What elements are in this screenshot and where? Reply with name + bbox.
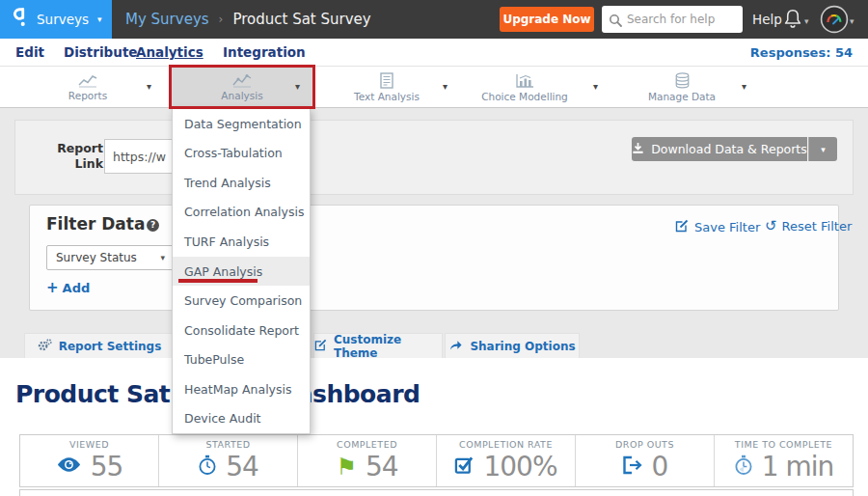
help-link[interactable]: Help bbox=[752, 12, 782, 27]
toolbar-reports-button[interactable]: Reports bbox=[15, 67, 160, 108]
toolbar-analysis-button[interactable]: Analysis bbox=[170, 67, 314, 108]
stat-drop-outs-value: 0 bbox=[652, 451, 668, 482]
report-link-label: Report Link bbox=[53, 141, 103, 173]
scatter-chart-icon bbox=[231, 73, 253, 88]
help-search-box bbox=[602, 6, 743, 33]
toolbar-analysis-label: Analysis bbox=[221, 90, 262, 101]
toolbar-text-analysis-button[interactable]: Text Analysis bbox=[318, 67, 455, 108]
tab-sharing-options-label: Sharing Options bbox=[470, 340, 575, 353]
reset-filter-label: Reset Filter bbox=[782, 219, 853, 234]
tab-sharing-options[interactable]: Sharing Options bbox=[445, 333, 580, 358]
select-caret-icon: ▾ bbox=[160, 253, 165, 262]
menu-item-tubepulse[interactable]: TubePulse bbox=[173, 344, 310, 374]
toolbar-reports-label: Reports bbox=[68, 90, 107, 101]
search-input[interactable] bbox=[627, 6, 741, 33]
menu-item-heatmap-analysis[interactable]: HeatMap Analysis bbox=[173, 374, 310, 404]
responses-count[interactable]: Responses: 54 bbox=[750, 45, 853, 60]
survey-stats-bar: VIEWED 55 STARTED 54 COMPLETED ⚑ 54 bbox=[19, 434, 854, 487]
document-icon bbox=[380, 72, 393, 89]
menu-item-consolidate-report[interactable]: Consolidate Report bbox=[173, 316, 310, 345]
reset-filter-button[interactable]: ↺ Reset Filter bbox=[765, 219, 852, 234]
menu-item-turf-analysis[interactable]: TURF Analysis bbox=[173, 227, 310, 257]
stat-time-to-complete-value: 1 min bbox=[762, 451, 834, 482]
exit-arrow-icon bbox=[622, 455, 643, 479]
stat-started: STARTED 54 bbox=[159, 435, 298, 486]
surveys-product-menu[interactable]: Surveys ▾ bbox=[0, 0, 112, 39]
eye-icon bbox=[56, 456, 82, 477]
nav-tab-distribute[interactable]: Distribute bbox=[64, 44, 138, 60]
text-analysis-dropdown-caret[interactable]: ▾ bbox=[443, 81, 448, 92]
stat-completion-rate: COMPLETION RATE 100% bbox=[437, 435, 576, 486]
download-options-caret-button[interactable]: ▾ bbox=[808, 137, 837, 161]
plus-icon: + bbox=[46, 279, 59, 296]
stat-drop-outs: DROP OUTS 0 bbox=[576, 435, 715, 486]
nav-tab-integration[interactable]: Integration bbox=[223, 44, 306, 60]
line-chart-icon bbox=[77, 73, 98, 88]
menu-item-correlation-analysis[interactable]: Correlation Analysis bbox=[173, 198, 310, 228]
download-button-label: Download Data & Reports bbox=[651, 142, 807, 156]
search-icon bbox=[609, 13, 622, 31]
menu-item-gap-analysis[interactable]: GAP Analysis bbox=[173, 257, 310, 287]
toolbar-text-analysis-label: Text Analysis bbox=[354, 91, 420, 102]
nav-tab-analytics[interactable]: Analytics bbox=[136, 44, 203, 60]
stat-started-label: STARTED bbox=[205, 439, 250, 450]
stat-completed-value: 54 bbox=[366, 451, 398, 482]
add-filter-button[interactable]: + Add bbox=[46, 279, 90, 296]
bell-chevron-icon[interactable]: ▾ bbox=[804, 16, 809, 26]
tab-customize-theme[interactable]: Customize Theme bbox=[313, 333, 443, 358]
analysis-dropdown-caret[interactable]: ▾ bbox=[295, 81, 300, 92]
stat-viewed: VIEWED 55 bbox=[20, 435, 159, 486]
gap-analysis-red-underline-annotation bbox=[178, 279, 258, 283]
download-data-reports-button[interactable]: Download Data & Reports bbox=[632, 137, 807, 161]
stat-viewed-label: VIEWED bbox=[69, 439, 109, 450]
upgrade-now-button[interactable]: Upgrade Now bbox=[500, 7, 594, 32]
stat-time-to-complete-label: TIME TO COMPLETE bbox=[735, 439, 832, 450]
questionpro-logo-icon bbox=[12, 7, 28, 32]
share-arrow-icon bbox=[448, 339, 463, 354]
breadcrumb-separator: › bbox=[219, 13, 224, 26]
breadcrumb-current-survey: Product Sat Survey bbox=[232, 11, 370, 28]
stat-viewed-value: 55 bbox=[91, 451, 123, 482]
stat-started-value: 54 bbox=[226, 451, 258, 482]
menu-item-cross-tabulation[interactable]: Cross-Tabulation bbox=[173, 139, 310, 169]
manage-data-dropdown-caret[interactable]: ▾ bbox=[742, 81, 746, 92]
breadcrumb-my-surveys[interactable]: My Surveys bbox=[125, 11, 209, 28]
stat-drop-outs-label: DROP OUTS bbox=[615, 439, 674, 450]
database-icon bbox=[674, 72, 691, 89]
stat-completed-label: COMPLETED bbox=[337, 439, 397, 450]
questionpro-app: Surveys ▾ My Surveys › Product Sat Surve… bbox=[0, 0, 868, 496]
toolbar-choice-modelling-button[interactable]: Choice Modelling bbox=[453, 67, 596, 108]
avatar-chevron-icon[interactable]: ▾ bbox=[850, 16, 854, 26]
notifications-bell-icon[interactable] bbox=[783, 8, 802, 33]
menu-item-survey-comparison[interactable]: Survey Comparison bbox=[173, 286, 310, 316]
user-avatar[interactable] bbox=[820, 5, 849, 38]
stat-completed: COMPLETED ⚑ 54 bbox=[298, 435, 437, 486]
menu-item-data-segmentation[interactable]: Data Segmentation bbox=[173, 109, 310, 139]
stat-completion-rate-value: 100% bbox=[483, 451, 556, 482]
download-icon bbox=[632, 142, 644, 157]
checkbox-check-icon bbox=[454, 455, 475, 479]
flag-icon: ⚑ bbox=[336, 455, 357, 479]
menu-item-gap-analysis-label: GAP Analysis bbox=[184, 264, 262, 279]
tab-report-settings[interactable]: Report Settings bbox=[24, 333, 175, 358]
save-filter-label: Save Filter bbox=[694, 220, 760, 234]
gear-icon bbox=[38, 339, 52, 354]
choice-modelling-dropdown-caret[interactable]: ▾ bbox=[593, 81, 598, 92]
save-filter-button[interactable]: Save Filter bbox=[675, 219, 760, 235]
tab-customize-theme-label: Customize Theme bbox=[334, 333, 442, 360]
stopwatch-icon bbox=[198, 455, 217, 480]
menu-item-device-audit[interactable]: Device Audit bbox=[173, 403, 310, 433]
edit-pencil-icon bbox=[675, 219, 689, 235]
reports-dropdown-caret[interactable]: ▾ bbox=[147, 81, 151, 92]
nav-tab-edit[interactable]: Edit bbox=[15, 44, 44, 60]
menu-item-trend-analysis[interactable]: Trend Analysis bbox=[173, 168, 310, 198]
toolbar-manage-data-label: Manage Data bbox=[648, 91, 716, 102]
next-panel-edge bbox=[19, 489, 854, 496]
filter-help-icon[interactable]: ? bbox=[147, 219, 159, 232]
toolbar-choice-modelling-label: Choice Modelling bbox=[481, 91, 568, 102]
survey-status-select[interactable]: Survey Status ▾ bbox=[46, 245, 174, 270]
tab-report-settings-label: Report Settings bbox=[59, 340, 162, 353]
top-bar: Surveys ▾ My Surveys › Product Sat Surve… bbox=[0, 0, 868, 39]
customize-pencil-icon bbox=[314, 339, 327, 354]
toolbar-manage-data-button[interactable]: Manage Data bbox=[613, 67, 750, 108]
